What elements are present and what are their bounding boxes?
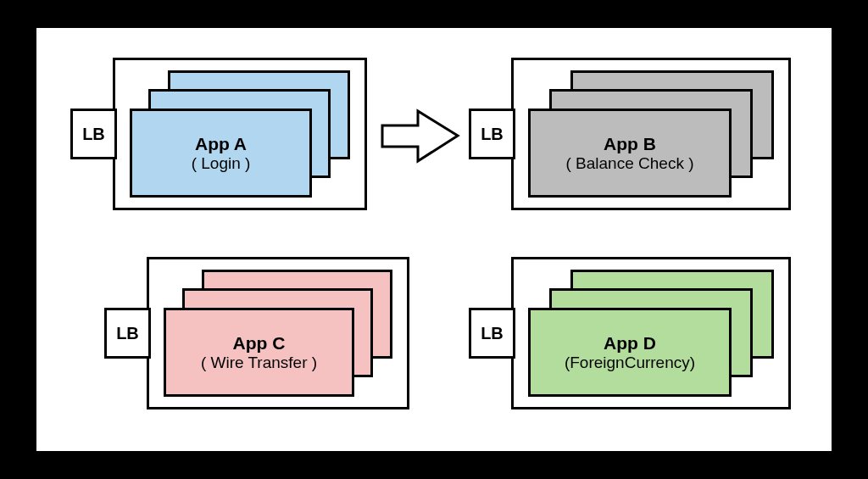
diagram-frame: LB App A ( Login ) LB App B ( Balance Ch…	[34, 25, 834, 454]
app-title-a: App A	[195, 133, 247, 154]
app-subtitle-a: ( Login )	[192, 154, 251, 174]
service-group-b: LB App B ( Balance Check )	[469, 58, 791, 210]
app-subtitle-c: ( Wire Transfer )	[201, 354, 317, 373]
app-title-b: App B	[604, 133, 656, 154]
instance-card-b-front: App B ( Balance Check )	[528, 109, 732, 198]
service-group-d: LB App D (ForeignCurrency)	[469, 257, 791, 409]
instance-card-d-front: App D (ForeignCurrency)	[528, 308, 732, 397]
app-title-d: App D	[604, 332, 656, 354]
instance-stack-d: App D (ForeignCurrency)	[528, 270, 774, 397]
lb-label-b: LB	[469, 109, 515, 159]
instance-stack-c: App C ( Wire Transfer )	[164, 270, 392, 397]
app-subtitle-b: ( Balance Check )	[565, 154, 693, 174]
app-title-c: App C	[233, 332, 286, 354]
instance-stack-b: App B ( Balance Check )	[528, 70, 774, 198]
service-group-c: LB App C ( Wire Transfer )	[104, 257, 409, 409]
lb-label-c: LB	[104, 308, 151, 359]
lb-label-a: LB	[70, 109, 117, 159]
instance-card-a-front: App A ( Login )	[130, 109, 312, 198]
instance-card-c-front: App C ( Wire Transfer )	[164, 308, 354, 397]
app-subtitle-d: (ForeignCurrency)	[565, 354, 695, 373]
flow-arrow-icon	[380, 109, 460, 164]
lb-label-d: LB	[469, 308, 515, 359]
instance-stack-a: App A ( Login )	[130, 70, 350, 198]
service-group-a: LB App A ( Login )	[70, 58, 367, 210]
